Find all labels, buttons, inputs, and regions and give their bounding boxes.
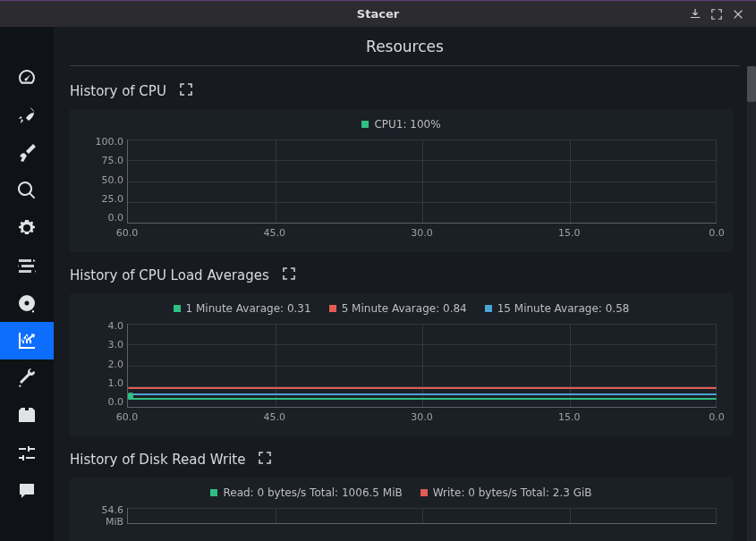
expand-icon[interactable] [179,82,193,100]
sidebar-item-host-files[interactable] [0,397,54,435]
sidebar-item-startup-apps[interactable] [0,97,54,134]
close-icon[interactable] [727,4,749,25]
search-icon [16,180,38,201]
plot-area [127,139,717,224]
legend-label: 5 Minute Avarage: 0.84 [342,302,467,315]
disk-icon [16,292,38,314]
expand-icon[interactable] [282,266,296,284]
sidebar-item-apt-repos[interactable] [0,359,54,397]
series-15min [128,393,717,395]
chart-cpu: 100.0 75.0 50.0 25.0 0.0 [82,136,720,240]
swatch-icon [361,121,369,128]
gear-icon [16,217,38,239]
processes-icon [16,255,38,276]
section-title-cpu-label: History of CPU [70,83,166,99]
sidebar-item-system-cleaner[interactable] [0,134,54,172]
legend-label: CPU1: 100% [374,118,440,131]
page-title: Resources [70,27,740,66]
expand-icon[interactable] [258,451,272,469]
legend-disk: Read: 0 bytes/s Total: 1006.5 MiB Write:… [82,486,720,499]
x-axis-ticks: 60.0 45.0 30.0 15.0 0.0 [127,411,717,424]
package-icon [16,405,38,427]
legend-label: Read: 0 bytes/s Total: 1006.5 MiB [223,486,402,499]
chart-card-cpu: CPU1: 100% 100.0 75.0 50.0 25.0 0.0 [70,109,733,252]
chart-icon [16,330,38,351]
legend-label: 1 Minute Avarage: 0.31 [186,302,311,315]
legend-item: Write: 0 bytes/s Total: 2.3 GiB [420,486,592,499]
series-1min [128,398,717,400]
sidebar-item-feedback[interactable] [0,472,54,510]
titlebar: Stacer [0,0,756,27]
rocket-icon [16,105,38,126]
plot-area [127,324,717,408]
legend-item: 5 Minute Avarage: 0.84 [329,302,467,315]
sidebar-item-resources[interactable] [0,322,54,359]
window-title: Stacer [357,7,399,21]
chart-disk: 54.6 MiB [82,504,720,529]
main-content: Resources History of CPU CPU1: 100% [54,27,756,541]
swatch-icon [210,489,217,496]
tools-icon [16,368,38,389]
chart-card-disk: Read: 0 bytes/s Total: 1006.5 MiB Write:… [70,478,733,541]
sliders-icon [16,443,38,464]
swatch-icon [174,305,181,312]
chart-card-load: 1 Minute Avarage: 0.31 5 Minute Avarage:… [70,293,733,436]
series-blip [128,393,133,400]
sidebar-item-processes[interactable] [0,247,54,284]
section-title-disk: History of Disk Read Write [70,451,733,469]
legend-item: 1 Minute Avarage: 0.31 [174,302,311,315]
section-title-load-label: History of CPU Load Averages [70,267,269,283]
y-axis-ticks: 4.0 3.0 2.0 1.0 0.0 [82,320,123,408]
y-axis-ticks: 54.6 MiB [82,504,123,529]
sidebar-item-services[interactable] [0,209,54,247]
chart-load: 4.0 3.0 2.0 1.0 0.0 [82,320,720,424]
maximize-icon[interactable] [706,4,727,25]
app-body: Resources History of CPU CPU1: 100% [0,27,756,541]
comment-icon [16,480,38,502]
section-title-load: History of CPU Load Averages [70,266,733,284]
sidebar-item-settings[interactable] [0,435,54,472]
y-axis-ticks: 100.0 75.0 50.0 25.0 0.0 [82,136,123,224]
sidebar-item-dashboard[interactable] [0,59,54,97]
legend-item: Read: 0 bytes/s Total: 1006.5 MiB [210,486,402,499]
broom-icon [16,142,38,164]
legend-item: 15 Minute Avarage: 0.58 [485,302,630,315]
sidebar [0,27,54,541]
section-title-cpu: History of CPU [70,82,733,100]
legend-load: 1 Minute Avarage: 0.31 5 Minute Avarage:… [82,302,720,315]
legend-cpu: CPU1: 100% [82,118,720,131]
legend-label: Write: 0 bytes/s Total: 2.3 GiB [433,486,592,499]
gauge-icon [16,67,38,89]
swatch-icon [420,489,428,496]
plot-area [127,508,717,524]
legend-label: 15 Minute Avarage: 0.58 [497,302,630,315]
legend-item: CPU1: 100% [361,118,440,131]
download-icon[interactable] [684,4,706,25]
swatch-icon [329,305,336,312]
section-title-disk-label: History of Disk Read Write [70,452,245,468]
swatch-icon [485,305,492,312]
sidebar-item-search[interactable] [0,172,54,209]
panels: History of CPU CPU1: 100% 100.0 75.0 [54,66,749,541]
x-axis-ticks: 60.0 45.0 30.0 15.0 0.0 [127,227,717,240]
sidebar-item-uninstaller[interactable] [0,284,54,322]
